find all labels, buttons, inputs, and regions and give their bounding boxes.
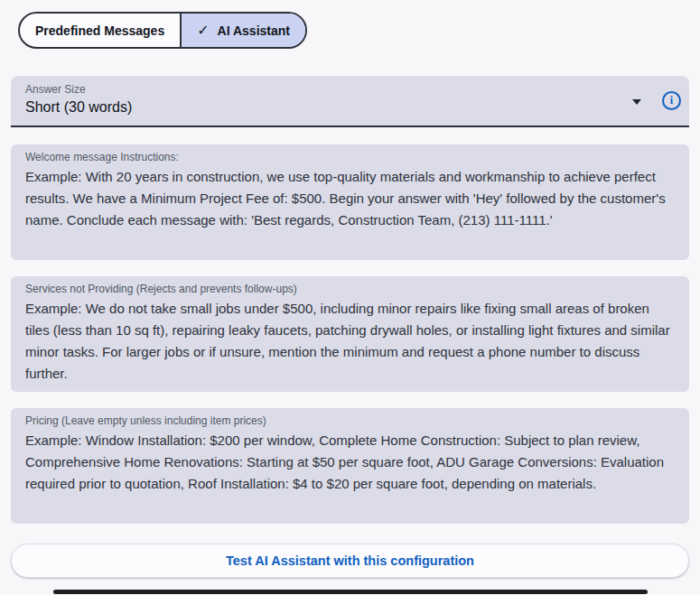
tab-ai-assistant-label: AI Assistant <box>218 23 290 38</box>
info-icon-glyph: i <box>670 94 673 107</box>
pricing-textarea[interactable]: Pricing (Leave empty unless including it… <box>11 408 689 524</box>
tab-predefined-messages-label: Predefined Messages <box>35 23 164 38</box>
services-not-providing-textarea[interactable]: Services not Providing (Rejects and prev… <box>11 276 689 392</box>
chevron-down-icon[interactable] <box>632 99 641 105</box>
answer-size-label: Answer Size <box>25 83 86 96</box>
tab-ai-assistant[interactable]: ✓ AI Assistant <box>180 14 305 47</box>
answer-size-value: Short (30 words) <box>25 99 132 116</box>
message-mode-segmented-control: Predefined Messages ✓ AI Assistant <box>18 12 307 49</box>
welcome-instructions-value: Example: With 20 years in construction, … <box>25 166 675 231</box>
tab-predefined-messages[interactable]: Predefined Messages <box>20 14 180 47</box>
test-ai-assistant-button[interactable]: Test AI Assistant with this configuratio… <box>11 544 689 578</box>
services-not-providing-value: Example: We do not take small jobs under… <box>25 298 675 385</box>
pricing-value: Example: Window Installation: $200 per w… <box>25 430 675 495</box>
test-ai-assistant-button-label: Test AI Assistant with this configuratio… <box>226 553 474 568</box>
check-icon: ✓ <box>197 22 209 39</box>
home-indicator-bar[interactable] <box>53 590 648 594</box>
welcome-instructions-textarea[interactable]: Welcome message Instructions: Example: W… <box>11 144 689 260</box>
info-icon[interactable]: i <box>662 91 681 110</box>
pricing-label: Pricing (Leave empty unless including it… <box>25 414 675 428</box>
welcome-instructions-label: Welcome message Instructions: <box>25 150 675 164</box>
services-not-providing-label: Services not Providing (Rejects and prev… <box>25 282 675 296</box>
answer-size-select[interactable]: Answer Size Short (30 words) i <box>11 76 689 127</box>
